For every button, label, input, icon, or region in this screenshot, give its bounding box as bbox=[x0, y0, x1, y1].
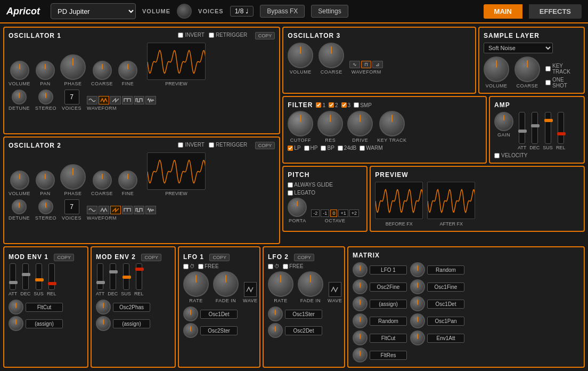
lfo1-copy-btn[interactable]: COPY bbox=[209, 254, 230, 261]
lfo2-copy-btn[interactable]: COPY bbox=[294, 254, 314, 261]
amp-att-thumb[interactable] bbox=[518, 130, 527, 133]
lfo2-sync-cb[interactable] bbox=[268, 264, 273, 269]
filter-24db-cb[interactable] bbox=[338, 146, 343, 151]
osc2-wave-saw[interactable] bbox=[110, 206, 121, 214]
lfo1-sync-cb[interactable] bbox=[183, 264, 189, 269]
osc3-coarse-knob[interactable] bbox=[318, 43, 344, 68]
lfo1-assign1-knob[interactable] bbox=[183, 307, 198, 321]
osc1-invert-checkbox[interactable] bbox=[178, 33, 183, 38]
matrix-random2-knob[interactable] bbox=[353, 313, 368, 328]
matrix-osc1det-knob[interactable] bbox=[410, 296, 425, 311]
mod-env2-assign1-knob[interactable] bbox=[96, 300, 111, 314]
osc1-stereo-knob[interactable] bbox=[38, 90, 53, 104]
octave-plus2[interactable]: +2 bbox=[349, 209, 359, 217]
osc1-volume-knob[interactable] bbox=[10, 61, 29, 80]
mod-env2-sus-thumb[interactable] bbox=[123, 276, 131, 279]
mod-env1-copy-btn[interactable]: COPY bbox=[54, 254, 74, 261]
matrix-osc1fine-knob[interactable] bbox=[410, 279, 425, 294]
osc1-retrigger-checkbox[interactable] bbox=[209, 33, 214, 38]
matrix-lfo1-knob[interactable] bbox=[353, 262, 368, 277]
settings-button[interactable]: Settings bbox=[311, 5, 348, 18]
osc2-phase-knob[interactable] bbox=[60, 164, 86, 190]
osc2-invert-checkbox[interactable] bbox=[178, 142, 183, 148]
main-button[interactable]: MAIN bbox=[484, 4, 522, 19]
osc2-detune-knob[interactable] bbox=[12, 199, 27, 214]
mod-env1-dec-thumb[interactable] bbox=[22, 273, 30, 276]
osc1-coarse-knob[interactable] bbox=[93, 61, 112, 80]
lfo1-assign2-knob[interactable] bbox=[183, 323, 198, 338]
filter-bp-cb[interactable] bbox=[321, 146, 326, 151]
osc1-wave-triangle[interactable] bbox=[99, 96, 109, 104]
osc2-retrigger-checkbox[interactable] bbox=[209, 142, 214, 148]
lfo1-wave-btn[interactable] bbox=[244, 282, 257, 297]
mod-env2-copy-btn[interactable]: COPY bbox=[141, 254, 161, 261]
preset-select[interactable]: PD Jupiter bbox=[51, 3, 136, 19]
mod-env2-att-thumb[interactable] bbox=[96, 281, 105, 284]
bypass-fx-button[interactable]: Bypass FX bbox=[260, 5, 305, 18]
osc1-wave-noise[interactable] bbox=[145, 96, 156, 104]
one-shot-checkbox[interactable] bbox=[545, 80, 551, 85]
effects-button[interactable]: EFFECTS bbox=[529, 4, 582, 19]
filter-1-cb[interactable] bbox=[316, 102, 321, 108]
osc2-wave-noise[interactable] bbox=[145, 206, 156, 214]
osc2-wave-sine[interactable] bbox=[87, 206, 97, 214]
lfo2-assign1-knob[interactable] bbox=[268, 307, 283, 321]
osc1-voices-value[interactable]: 7 bbox=[64, 90, 79, 104]
lfo1-fadein-knob[interactable] bbox=[213, 271, 239, 297]
mod-env1-sus-thumb[interactable] bbox=[35, 278, 44, 281]
amp-sus-thumb[interactable] bbox=[544, 119, 553, 122]
osc1-wave-sine[interactable] bbox=[87, 96, 97, 104]
osc1-phase-knob[interactable] bbox=[60, 54, 86, 80]
matrix-osc1pan-knob[interactable] bbox=[410, 313, 425, 328]
osc3-volume-knob[interactable] bbox=[288, 43, 313, 68]
osc3-wave-saw[interactable]: ⊿ bbox=[372, 61, 383, 68]
matrix-fltres-knob[interactable] bbox=[353, 348, 368, 362]
octave-minus1[interactable]: -1 bbox=[321, 209, 329, 217]
amp-rel-thumb[interactable] bbox=[557, 132, 566, 135]
osc2-coarse-knob[interactable] bbox=[93, 171, 112, 190]
osc1-wave-pulse[interactable] bbox=[134, 96, 144, 104]
amp-dec-thumb[interactable] bbox=[531, 124, 540, 127]
matrix-random-knob[interactable] bbox=[410, 262, 425, 277]
filter-smp-cb[interactable] bbox=[354, 102, 359, 108]
lfo2-assign2-knob[interactable] bbox=[268, 323, 283, 338]
osc2-volume-knob[interactable] bbox=[10, 171, 29, 190]
mod-env1-att-thumb[interactable] bbox=[9, 281, 18, 284]
osc2-wave-triangle[interactable] bbox=[99, 206, 109, 214]
lfo2-free-cb[interactable] bbox=[283, 264, 288, 269]
filter-lp-cb[interactable] bbox=[288, 146, 293, 151]
matrix-osc2fine-knob[interactable] bbox=[353, 279, 368, 294]
osc2-fine-knob[interactable] bbox=[118, 171, 137, 190]
octave-plus1[interactable]: +1 bbox=[338, 209, 348, 217]
legato-cb[interactable] bbox=[288, 190, 293, 196]
osc2-copy-button[interactable]: COPY bbox=[255, 142, 275, 149]
mod-env1-assign1-knob[interactable] bbox=[9, 300, 23, 314]
lfo1-rate-knob[interactable] bbox=[183, 271, 209, 297]
lfo2-fadein-knob[interactable] bbox=[298, 271, 323, 297]
filter-2-cb[interactable] bbox=[329, 102, 334, 108]
matrix-assign-knob[interactable] bbox=[353, 296, 368, 311]
octave-0[interactable]: 0 bbox=[330, 209, 337, 217]
mod-env2-dec-thumb[interactable] bbox=[109, 270, 118, 273]
osc2-stereo-knob[interactable] bbox=[38, 199, 53, 214]
octave-minus2[interactable]: -2 bbox=[311, 209, 320, 217]
sample-volume-knob[interactable] bbox=[484, 57, 509, 82]
osc1-pan-knob[interactable] bbox=[36, 61, 55, 80]
mod-env2-assign2-knob[interactable] bbox=[96, 316, 111, 331]
osc2-wave-square[interactable] bbox=[122, 206, 133, 214]
sample-layer-dropdown[interactable]: Soft Noise bbox=[484, 43, 553, 53]
lfo2-wave-btn[interactable] bbox=[329, 282, 341, 297]
osc1-wave-saw[interactable] bbox=[110, 96, 121, 104]
mod-env1-rel-thumb[interactable] bbox=[48, 282, 56, 285]
filter-warm-cb[interactable] bbox=[360, 146, 365, 151]
osc2-voices-value[interactable]: 7 bbox=[64, 199, 79, 214]
osc1-copy-button[interactable]: COPY bbox=[255, 32, 275, 39]
osc3-wave-sine[interactable]: ∿ bbox=[349, 61, 360, 68]
velocity-checkbox[interactable] bbox=[494, 153, 500, 158]
always-glide-cb[interactable] bbox=[288, 182, 293, 188]
filter-keytrack-knob[interactable] bbox=[379, 111, 405, 136]
osc3-wave-square[interactable]: ⊓ bbox=[361, 61, 371, 68]
lfo1-free-cb[interactable] bbox=[198, 264, 203, 269]
lfo2-rate-knob[interactable] bbox=[268, 271, 293, 297]
amp-gain-knob[interactable] bbox=[494, 112, 513, 131]
